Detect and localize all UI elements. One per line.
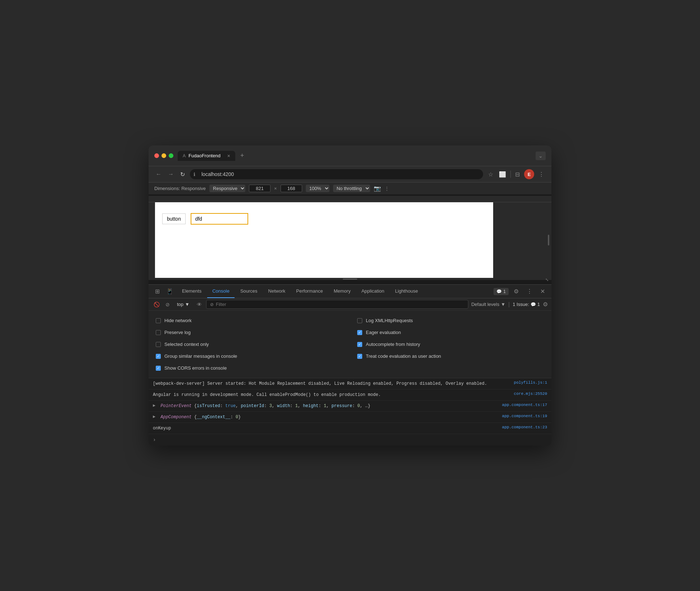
expand-icon[interactable]: ▶ — [153, 403, 155, 408]
issues-counter[interactable]: 1 Issue: 💬 1 — [513, 302, 540, 307]
eager-eval-checkbox[interactable] — [357, 330, 362, 335]
page-area: button ⤡ — [149, 194, 551, 284]
issues-text: 1 Issue: — [513, 302, 529, 307]
tab-close-button[interactable]: × — [227, 153, 230, 159]
address-input[interactable] — [190, 169, 483, 179]
tab-network[interactable]: Network — [263, 285, 291, 298]
log-text: [webpack-dev-server] Server started: Hot… — [153, 380, 510, 387]
address-bar: ← → ↻ ℹ ☆ ⬜ ⊟ E ⋮ — [149, 166, 551, 182]
tab-expand-button[interactable]: ⌄ — [536, 152, 546, 160]
levels-arrow: ▼ — [501, 302, 505, 307]
devtools-right-controls: 💬 1 ⚙ ⋮ ✕ — [494, 285, 548, 298]
context-label: top — [177, 302, 183, 307]
page-content: button — [155, 202, 493, 278]
browser-window: A FudaoFrontend × + ⌄ ← → ↻ ℹ ☆ ⬜ ⊟ E ⋮ … — [149, 145, 551, 446]
bottom-ruler: ⤡ — [149, 280, 551, 283]
log-text: onKeyup — [153, 425, 499, 432]
throttle-select[interactable]: No throttling — [333, 185, 370, 192]
preserve-log-checkbox[interactable] — [156, 330, 161, 335]
log-entry: Angular is running in development mode. … — [149, 389, 551, 401]
log-source[interactable]: polyfills.js:1 — [514, 380, 547, 385]
log-entry: ▶ PointerEvent {isTrusted: true, pointer… — [149, 401, 551, 412]
dock-icon[interactable]: ⊞ — [152, 285, 163, 298]
active-tab[interactable]: A FudaoFrontend × — [178, 151, 235, 161]
info-icon: ℹ — [194, 172, 195, 177]
cast-icon[interactable]: ⊟ — [514, 170, 521, 179]
console-settings-icon[interactable]: ⚙ — [543, 301, 548, 308]
minimize-button[interactable] — [162, 153, 166, 158]
setting-show-cors: Show CORS errors in console — [156, 364, 343, 372]
extensions-icon[interactable]: ⬜ — [497, 170, 508, 179]
treat-code-eval-checkbox[interactable] — [357, 354, 362, 359]
group-similar-checkbox[interactable] — [156, 354, 161, 359]
toolbar-separator: | — [508, 301, 510, 308]
eager-eval-label: Eager evaluation — [366, 330, 401, 335]
log-levels-dropdown[interactable]: Default levels ▼ — [471, 302, 505, 307]
log-source[interactable]: app.component.ts:23 — [502, 425, 547, 429]
forward-button[interactable]: → — [167, 170, 175, 179]
expand-icon[interactable]: ▶ — [153, 414, 155, 419]
dimensions-select[interactable]: Responsive — [209, 185, 245, 192]
settings-icon[interactable]: ⚙ — [511, 285, 522, 298]
page-text-input[interactable] — [191, 213, 248, 225]
tab-performance[interactable]: Performance — [291, 285, 328, 298]
log-source[interactable]: app.component.ts:19 — [502, 414, 547, 418]
close-button[interactable] — [154, 153, 159, 158]
log-entry: [webpack-dev-server] Server started: Hot… — [149, 378, 551, 389]
eye-icon[interactable]: 👁 — [195, 300, 203, 309]
page-overflow — [493, 202, 551, 278]
tab-elements[interactable]: Elements — [177, 285, 206, 298]
log-xmlhttp-checkbox[interactable] — [357, 318, 362, 323]
new-tab-button[interactable]: + — [237, 150, 247, 161]
setting-group-similar: Group similar messages in console — [156, 352, 343, 360]
more-devtools-menu[interactable]: ⋮ — [524, 285, 535, 298]
scrollbar-handle[interactable] — [548, 235, 549, 245]
screenshot-icon[interactable]: 📷 — [374, 185, 381, 192]
responsive-more-menu[interactable]: ⋮ — [385, 186, 389, 191]
setting-selected-context: Selected context only — [156, 340, 343, 348]
filter-bar: ⊘ — [206, 300, 468, 309]
clear-console-button[interactable]: 🚫 — [152, 300, 161, 309]
maximize-button[interactable] — [169, 153, 173, 158]
log-source[interactable]: core.mjs:25520 — [514, 392, 547, 396]
profile-button[interactable]: E — [524, 169, 534, 179]
block-icon[interactable]: ⊘ — [164, 300, 171, 309]
prompt-arrow: › — [153, 437, 156, 443]
traffic-lights — [154, 153, 173, 158]
back-button[interactable]: ← — [154, 170, 163, 179]
bookmark-icon[interactable]: ☆ — [487, 170, 495, 179]
issues-number: 1 — [537, 302, 540, 307]
tab-lighthouse[interactable]: Lighthouse — [390, 285, 423, 298]
devtools-panel: ⊞ 📱 Elements Console Sources Network Per… — [149, 284, 551, 446]
tab-memory[interactable]: Memory — [329, 285, 356, 298]
selected-context-checkbox[interactable] — [156, 342, 161, 347]
show-cors-checkbox[interactable] — [156, 366, 161, 371]
height-input[interactable] — [281, 185, 302, 192]
tab-sources[interactable]: Sources — [235, 285, 263, 298]
console-input[interactable] — [159, 437, 547, 443]
mobile-icon[interactable]: 📱 — [163, 285, 176, 298]
tab-console[interactable]: Console — [207, 285, 235, 298]
issues-badge[interactable]: 💬 1 — [494, 288, 509, 295]
filter-input[interactable] — [216, 302, 464, 307]
page-button[interactable]: button — [162, 213, 186, 224]
tab-title: FudaoFrontend — [188, 153, 221, 158]
more-menu-button[interactable]: ⋮ — [537, 170, 546, 179]
tab-bar: A FudaoFrontend × + — [178, 150, 531, 161]
group-similar-label: Group similar messages in console — [164, 353, 237, 359]
zoom-select[interactable]: 100% — [306, 185, 329, 192]
width-input[interactable] — [249, 185, 271, 192]
devtools-tab-bar: ⊞ 📱 Elements Console Sources Network Per… — [149, 285, 551, 298]
setting-autocomplete: Autocomplete from history — [357, 340, 544, 348]
context-selector[interactable]: top ▼ — [174, 301, 192, 308]
setting-preserve-log: Preserve log — [156, 328, 343, 337]
devtools-responsive-toolbar: Dimensions: Responsive Responsive × 100%… — [149, 182, 551, 194]
tab-application[interactable]: Application — [356, 285, 390, 298]
autocomplete-checkbox[interactable] — [357, 342, 362, 347]
reload-button[interactable]: ↻ — [179, 170, 186, 179]
resize-corner[interactable]: ⤡ — [545, 278, 549, 282]
close-devtools-button[interactable]: ✕ — [537, 285, 548, 298]
log-source[interactable]: app.component.ts:17 — [502, 403, 547, 407]
hide-network-checkbox[interactable] — [156, 318, 161, 323]
levels-label: Default levels — [471, 302, 499, 307]
